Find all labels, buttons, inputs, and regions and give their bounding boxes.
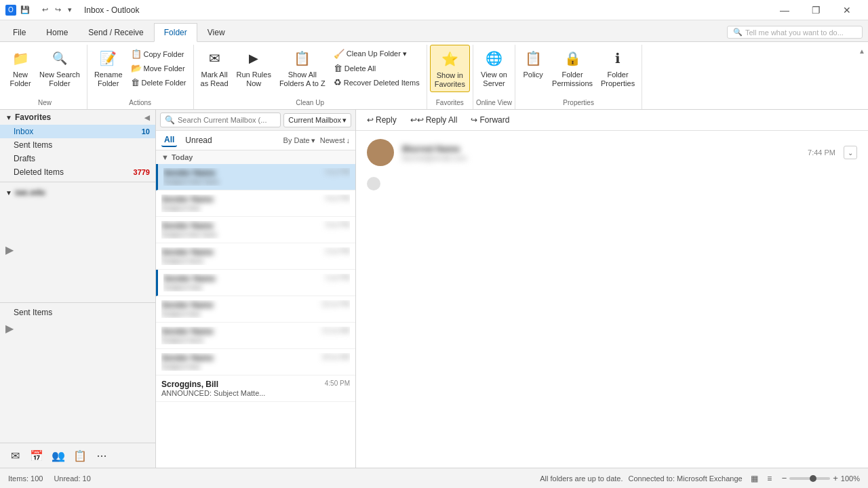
search-box[interactable]: 🔍: [160, 113, 281, 127]
message-subject-4: Subject here: [161, 257, 350, 265]
reply-all-button[interactable]: ↩↩ Reply All: [405, 113, 463, 127]
nav-calendar-button[interactable]: 📅: [27, 446, 46, 465]
drafts-label: Drafts: [14, 154, 150, 163]
sidebar-sub-item-3[interactable]: [0, 227, 155, 241]
message-item-6[interactable]: Sender Name 12:xx PM Subject line: [156, 296, 355, 323]
tab-folder[interactable]: Folder: [154, 23, 197, 42]
tab-file[interactable]: File: [3, 22, 36, 41]
message-item-scroggins[interactable]: Scroggins, Bill 4:50 PM ANNOUNCED: Subje…: [156, 375, 355, 402]
tab-view[interactable]: View: [197, 22, 235, 41]
sidebar-item-inbox[interactable]: Inbox 10: [0, 125, 155, 138]
message-item-7[interactable]: Sender Name 11:xx AM Subject here: [156, 323, 355, 349]
zoom-controls: − + 100%: [782, 473, 860, 483]
view-mode-1-button[interactable]: ▦: [748, 472, 762, 485]
sidebar-item-sent-bottom[interactable]: Sent Items: [0, 306, 155, 319]
policy-icon: 📋: [522, 47, 544, 69]
sidebar-item-5[interactable]: [0, 259, 155, 272]
message-item-1[interactable]: Sender Name 4:xx PM Subject line here: [156, 164, 355, 190]
folder-permissions-button[interactable]: 🔒 FolderPermissions: [548, 45, 597, 91]
message-time-6: 12:xx PM: [321, 300, 350, 310]
show-all-folders-button[interactable]: 📋 Show AllFolders A to Z: [275, 45, 330, 91]
deleted-items-label: Deleted Items: [14, 167, 134, 177]
move-folder-button[interactable]: 📂 Move Folder: [128, 62, 189, 75]
restore-button[interactable]: ❐: [800, 0, 831, 20]
message-item-4[interactable]: Sender Name 2:xx PM Subject here: [156, 243, 355, 270]
nav-more-button[interactable]: ···: [92, 446, 111, 465]
sidebar-expand-row-2[interactable]: ▶: [0, 319, 155, 338]
new-folder-button[interactable]: 📁 NewFolder: [5, 45, 35, 91]
message-sender-7: Sender Name: [161, 327, 220, 336]
message-list-scroll[interactable]: ▼ Today Sender Name 4:xx PM Subject line…: [156, 150, 355, 468]
run-rules-icon: ▶: [243, 47, 264, 69]
reading-body: [367, 171, 857, 196]
favorites-section-header[interactable]: ▼ Favorites ◀: [0, 110, 155, 125]
sidebar-item-6[interactable]: [0, 272, 155, 286]
message-item-5[interactable]: Sender Name 1:xx PM Subject line: [156, 270, 355, 296]
close-button[interactable]: ✕: [831, 0, 863, 20]
message-sender-1: Sender Name: [163, 168, 224, 178]
nav-tasks-button[interactable]: 📋: [71, 446, 90, 465]
sidebar-item-drafts[interactable]: Drafts: [0, 152, 155, 165]
rename-folder-button[interactable]: 📝 RenameFolder: [90, 45, 127, 91]
message-item-2[interactable]: Sender Name 4:xx PM Subject line: [156, 190, 355, 217]
sort-selector[interactable]: By Date ▾ Newest ↓: [283, 136, 350, 145]
policy-button[interactable]: 📋 Policy: [518, 45, 548, 82]
message-item-8[interactable]: Sender Name 10:xx AM Subject line: [156, 349, 355, 375]
tab-send-receive[interactable]: Send / Receive: [78, 22, 153, 41]
sidebar-expand-row[interactable]: ▶: [0, 241, 155, 259]
message-content-2: Sender Name 4:xx PM Subject line: [161, 195, 350, 212]
show-in-favorites-button[interactable]: ⭐ Show inFavorites: [430, 45, 470, 92]
search-scope-selector[interactable]: Current Mailbox ▾: [283, 113, 351, 127]
inbox-count: 10: [142, 127, 150, 136]
zoom-in-button[interactable]: +: [833, 473, 838, 483]
ribbon-group-cleanup-items: ✉ Mark Allas Read ▶ Run RulesNow 📋 Show …: [197, 45, 424, 99]
account-section-header[interactable]: ▼ sac.edu: [0, 185, 155, 200]
account-label: sac.edu: [15, 188, 45, 197]
nav-mail-button[interactable]: ✉: [5, 446, 24, 465]
folder-properties-button[interactable]: ℹ FolderProperties: [597, 45, 639, 91]
view-on-server-button[interactable]: 🌐 View onServer: [477, 45, 511, 91]
minimize-button[interactable]: —: [769, 0, 800, 20]
sidebar-sub-item-2[interactable]: [0, 214, 155, 227]
tab-home[interactable]: Home: [36, 22, 78, 41]
sidebar-sub-item-1[interactable]: [0, 200, 155, 214]
zoom-out-button[interactable]: −: [782, 473, 787, 483]
delete-folder-button[interactable]: 🗑 Delete Folder: [128, 76, 189, 89]
filter-all-button[interactable]: All: [161, 134, 177, 147]
sidebar-collapse-button[interactable]: ◀: [144, 114, 150, 121]
sidebar-expand-arrow-2: ▶: [5, 322, 14, 335]
status-bar: Items: 100 Unread: 10 All folders are up…: [0, 468, 868, 488]
ribbon-group-new-label: New: [38, 99, 52, 109]
message-sender-scroggins: Scroggins, Bill: [161, 380, 218, 389]
view-mode-2-button[interactable]: ≡: [763, 472, 776, 485]
ribbon-group-favorites-items: ⭐ Show inFavorites: [430, 45, 470, 99]
expand-details-button[interactable]: ⌄: [844, 146, 857, 159]
message-content-6: Sender Name 12:xx PM Subject line: [161, 300, 350, 318]
new-search-folder-button[interactable]: 🔍 New SearchFolder: [35, 45, 84, 91]
reply-button[interactable]: ↩ Reply: [361, 113, 402, 127]
message-subject-5: Subject line: [163, 283, 350, 291]
filter-unread-button[interactable]: Unread: [182, 134, 214, 146]
window-title: Inbox - Outlook: [84, 5, 139, 15]
sidebar-item-7[interactable]: [0, 286, 155, 300]
recover-deleted-button[interactable]: ♻ Recover Deleted Items: [331, 76, 422, 89]
run-rules-now-button[interactable]: ▶ Run RulesNow: [233, 45, 275, 91]
ribbon-collapse-button[interactable]: ▲: [859, 47, 865, 55]
ribbon-group-actions-label: Actions: [129, 99, 151, 109]
server-status: All folders are up to date.: [540, 474, 623, 483]
rename-folder-icon: 📝: [98, 47, 119, 69]
clean-up-folder-button[interactable]: 🧹 Clean Up Folder ▾: [331, 47, 422, 60]
forward-button[interactable]: ↪ Forward: [465, 113, 515, 127]
ribbon-search-box[interactable]: 🔍 Tell me what you want to do...: [727, 26, 863, 39]
sidebar-item-sent-items[interactable]: Sent Items: [0, 138, 155, 152]
search-input[interactable]: [178, 116, 276, 124]
zoom-slider[interactable]: [789, 477, 830, 480]
delete-all-button[interactable]: 🗑 Delete All: [331, 62, 422, 75]
copy-folder-button[interactable]: 📋 Copy Folder: [128, 47, 189, 60]
nav-people-button[interactable]: 👥: [49, 446, 68, 465]
message-item-3[interactable]: Sender Name 3:xx PM Subject line here: [156, 217, 355, 243]
ribbon-group-properties-label: Properties: [563, 99, 594, 109]
sidebar-item-deleted-items[interactable]: Deleted Items 3779: [0, 165, 155, 179]
mark-all-as-read-button[interactable]: ✉ Mark Allas Read: [197, 45, 233, 91]
ribbon-group-properties-items: 📋 Policy 🔒 FolderPermissions ℹ FolderPro…: [518, 45, 639, 99]
